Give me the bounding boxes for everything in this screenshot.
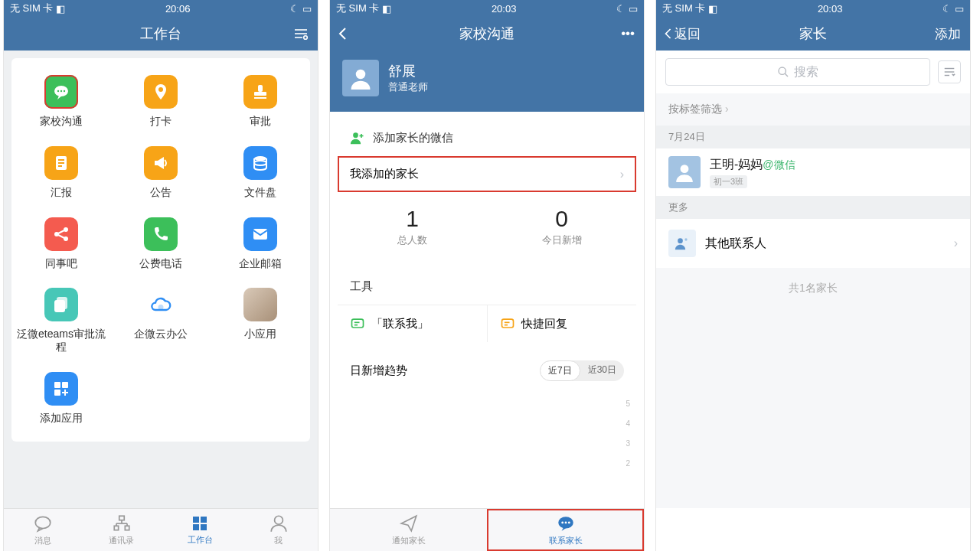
trend-header: 日新增趋势 近7日近30日: [338, 350, 636, 392]
seg-近30日[interactable]: 近30日: [580, 360, 624, 381]
avatar: [668, 156, 701, 188]
more-icon[interactable]: •••: [621, 26, 635, 41]
tab-通讯录[interactable]: 通讯录: [83, 509, 162, 551]
svg-point-66: [681, 165, 689, 173]
svg-rect-41: [193, 517, 199, 523]
battery-icon: ▭: [955, 3, 964, 15]
tab-联系家长[interactable]: 联系家长: [487, 509, 644, 551]
svg-line-22: [58, 230, 64, 233]
moon-icon: ☾: [942, 3, 952, 15]
search-input[interactable]: 搜索: [665, 58, 930, 86]
app-img[interactable]: 小应用: [211, 279, 310, 363]
app-chat[interactable]: 家校沟通: [11, 66, 111, 137]
nav-bar: 家校沟通 •••: [330, 17, 644, 51]
svg-point-45: [274, 516, 283, 524]
copy-icon: [44, 288, 78, 321]
search-icon: [777, 66, 789, 78]
app-mail[interactable]: 企业邮箱: [211, 208, 310, 279]
svg-rect-53: [501, 319, 513, 328]
app-pin[interactable]: 打卡: [111, 66, 211, 137]
wifi-icon: ◧: [708, 3, 717, 15]
contacts-icon: [668, 230, 696, 257]
comm-body: 舒展 普通老师 添加家长的微信 我添加的家长 › 1总人数0今日新增 工具 「联…: [330, 51, 644, 508]
page-title: 家校沟通: [459, 24, 514, 43]
svg-point-9: [158, 87, 163, 92]
stats-row: 1总人数0今日新增: [338, 192, 636, 261]
back-button[interactable]: 返回: [664, 25, 701, 43]
my-added-parents-row[interactable]: 我添加的家长 ›: [338, 156, 636, 192]
screen-school-comm: 无 SIM 卡◧ 20:03 ☾▭ 家校沟通 ••• 舒展 普通老师 添加家长的…: [329, 0, 645, 551]
svg-point-33: [36, 517, 51, 528]
range-segment: 近7日近30日: [540, 360, 624, 381]
svg-point-18: [254, 161, 266, 165]
app-label: 小应用: [244, 328, 276, 341]
tab-通知家长[interactable]: 通知家长: [330, 509, 487, 551]
app-add[interactable]: 添加应用: [11, 363, 111, 434]
tool-1[interactable]: 快捷回复: [487, 305, 637, 342]
app-doc[interactable]: 汇报: [11, 137, 111, 208]
stat-总人数: 1总人数: [338, 206, 487, 247]
back-button[interactable]: [338, 26, 348, 41]
profile-header: 舒展 普通老师: [330, 51, 644, 112]
svg-rect-10: [258, 85, 263, 92]
svg-point-59: [564, 522, 567, 524]
app-copy[interactable]: 泛微eteams审批流程: [11, 279, 111, 363]
bottom-tabs: 通知家长联系家长: [330, 508, 644, 551]
svg-rect-30: [54, 390, 60, 396]
svg-marker-5: [57, 96, 62, 99]
contact-row[interactable]: 王明-妈妈@微信 初一3班: [656, 148, 970, 196]
chevron-right-icon: ›: [620, 168, 624, 181]
org-icon: [112, 514, 132, 533]
avatar: [342, 60, 379, 96]
app-label: 企微云办公: [134, 328, 188, 341]
wifi-icon: ◧: [56, 3, 65, 15]
app-cloud[interactable]: 企微云办公: [111, 279, 211, 363]
horn-icon: [144, 146, 178, 180]
svg-point-60: [567, 522, 570, 524]
tab-消息[interactable]: 消息: [4, 509, 83, 551]
svg-line-62: [785, 73, 788, 77]
app-horn[interactable]: 公告: [111, 137, 211, 208]
svg-rect-34: [119, 516, 125, 520]
page-title: 工作台: [140, 24, 181, 43]
other-contacts-row[interactable]: 其他联系人 ›: [656, 219, 970, 268]
tools-header: 工具: [338, 269, 636, 305]
add-parent-wechat-row[interactable]: 添加家长的微信: [338, 119, 636, 156]
svg-point-68: [684, 238, 687, 240]
svg-rect-26: [55, 301, 64, 311]
seg-近7日[interactable]: 近7日: [540, 360, 580, 381]
app-label: 公费电话: [139, 257, 182, 270]
filter-by-tag-row[interactable]: 按标签筛选 ›: [656, 93, 970, 126]
svg-rect-11: [254, 92, 266, 96]
sort-icon[interactable]: [938, 60, 961, 83]
search-row: 搜索: [656, 51, 970, 93]
chevron-right-icon: ›: [725, 103, 729, 115]
wifi-icon: ◧: [382, 3, 391, 15]
chevron-right-icon: ›: [954, 236, 958, 250]
settings-icon[interactable]: [293, 26, 309, 41]
svg-rect-42: [201, 517, 207, 523]
app-phone[interactable]: 公费电话: [111, 208, 211, 279]
disk-icon: [243, 146, 277, 180]
svg-point-8: [64, 90, 65, 92]
moon-icon: ☾: [616, 3, 626, 15]
tab-我[interactable]: 我: [240, 509, 318, 551]
trend-chart: 5432: [338, 392, 636, 484]
app-share[interactable]: 同事吧: [11, 208, 111, 279]
svg-rect-12: [254, 97, 266, 99]
app-disk[interactable]: 文件盘: [211, 137, 310, 208]
battery-icon: ▭: [302, 3, 312, 15]
doc-icon: [44, 146, 78, 180]
tab-工作台[interactable]: 工作台: [161, 509, 240, 551]
svg-rect-44: [201, 524, 207, 530]
workbench-body: 家校沟通打卡审批汇报公告文件盘同事吧公费电话企业邮箱泛微eteams审批流程企微…: [4, 51, 318, 508]
svg-point-3: [304, 36, 308, 40]
svg-point-46: [356, 70, 366, 80]
add-button[interactable]: 添加: [935, 25, 961, 43]
tool-0[interactable]: 「联系我」: [338, 305, 487, 342]
cloud-icon: [144, 288, 178, 321]
app-stamp[interactable]: 审批: [211, 66, 310, 137]
tool-icon: [500, 316, 515, 331]
svg-point-47: [353, 132, 358, 138]
app-label: 企业邮箱: [239, 257, 282, 270]
